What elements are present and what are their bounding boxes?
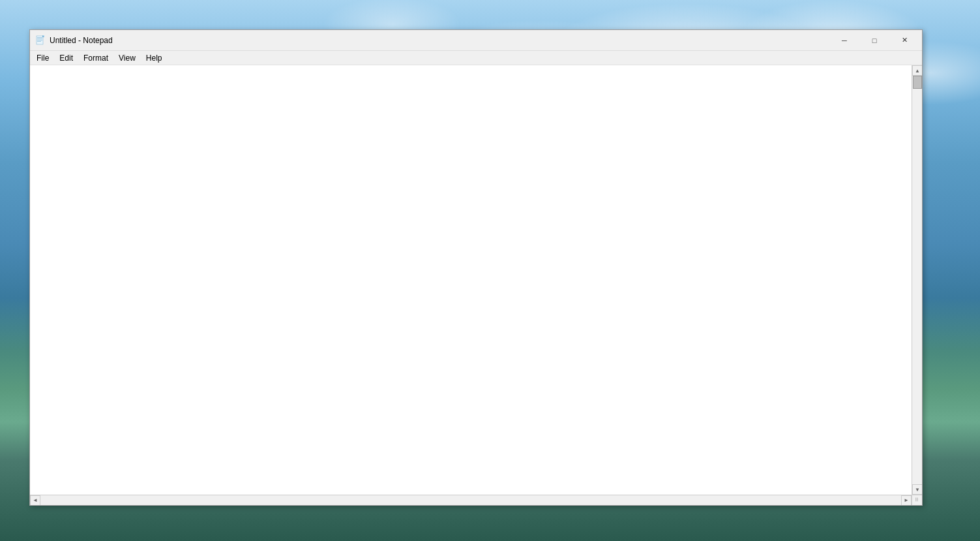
scroll-down-arrow[interactable]: ▼ xyxy=(912,484,922,495)
title-bar-controls: ─ □ ✕ xyxy=(829,30,919,51)
menu-bar: File Edit Format View Help xyxy=(30,51,922,65)
scroll-up-arrow[interactable]: ▲ xyxy=(912,65,922,76)
menu-help[interactable]: Help xyxy=(141,52,168,64)
scrollbar-vertical: ▲ ▼ xyxy=(912,65,922,495)
window-title: Untitled - Notepad xyxy=(50,36,113,45)
resize-grip[interactable]: ⠿ xyxy=(912,495,922,505)
editor-area: ▲ ▼ ◄ ► ⠿ xyxy=(30,65,922,505)
svg-rect-2 xyxy=(37,39,42,39)
scroll-left-arrow[interactable]: ◄ xyxy=(30,495,40,506)
menu-format[interactable]: Format xyxy=(78,52,113,64)
close-button[interactable]: ✕ xyxy=(889,30,919,51)
scroll-right-arrow[interactable]: ► xyxy=(901,495,912,506)
title-bar-left: Untitled - Notepad xyxy=(35,35,113,46)
notepad-icon xyxy=(35,35,46,46)
scroll-track-vertical[interactable] xyxy=(912,76,922,484)
svg-rect-4 xyxy=(37,41,41,42)
maximize-button[interactable]: □ xyxy=(859,30,889,51)
scroll-track-horizontal[interactable] xyxy=(40,495,901,505)
svg-rect-1 xyxy=(37,37,42,38)
menu-edit[interactable]: Edit xyxy=(54,52,78,64)
scroll-thumb-vertical[interactable] xyxy=(913,76,922,89)
scrollbar-horizontal: ◄ ► xyxy=(30,495,912,505)
svg-rect-3 xyxy=(37,40,42,40)
minimize-button[interactable]: ─ xyxy=(829,30,859,51)
editor-textarea[interactable] xyxy=(30,65,922,505)
menu-view[interactable]: View xyxy=(113,52,141,64)
menu-file[interactable]: File xyxy=(31,52,54,64)
notepad-window: Untitled - Notepad ─ □ ✕ File Edit Forma… xyxy=(29,29,923,506)
title-bar: Untitled - Notepad ─ □ ✕ xyxy=(30,30,922,51)
